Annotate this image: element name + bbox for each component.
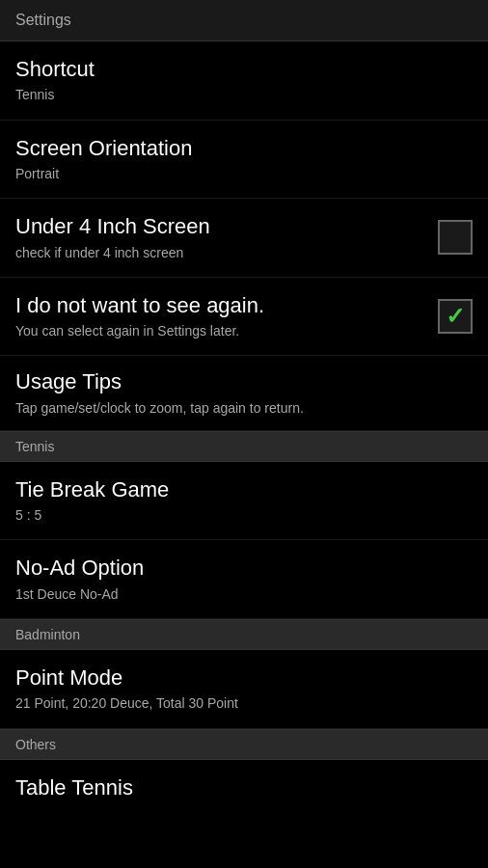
tie-break-game-subtitle: 5 : 5 (15, 506, 473, 524)
shortcut-subtitle: Tennis (15, 86, 473, 103)
shortcut-item[interactable]: Shortcut Tennis (0, 41, 488, 121)
tie-break-game-content: Tie Break Game 5 : 5 (15, 477, 473, 525)
others-section-divider: Others (0, 729, 488, 760)
under-4-inch-checkbox[interactable] (438, 220, 473, 255)
screen-orientation-subtitle: Portrait (15, 165, 473, 182)
tie-break-game-title: Tie Break Game (15, 477, 473, 502)
no-ad-option-title: No-Ad Option (15, 556, 473, 581)
point-mode-content: Point Mode 21 Point, 20:20 Deuce, Total … (15, 665, 473, 713)
tie-break-game-item[interactable]: Tie Break Game 5 : 5 (0, 462, 488, 541)
under-4-inch-subtitle: check if under 4 inch screen (15, 244, 426, 261)
usage-tips-title: Usage Tips (15, 369, 473, 394)
page-title: Settings (15, 12, 71, 28)
no-ad-option-item[interactable]: No-Ad Option 1st Deuce No-Ad (0, 540, 488, 619)
table-tennis-item[interactable]: Table Tennis (0, 760, 488, 816)
point-mode-subtitle: 21 Point, 20:20 Deuce, Total 30 Point (15, 694, 473, 712)
tennis-section-label: Tennis (15, 439, 54, 454)
screen-orientation-title: Screen Orientation (15, 136, 473, 161)
usage-tips-subtitle: Tap game/set/clock to zoom, tap again to… (15, 399, 473, 417)
no-see-again-subtitle: You can select again in Settings later. (15, 322, 426, 339)
point-mode-item[interactable]: Point Mode 21 Point, 20:20 Deuce, Total … (0, 650, 488, 729)
table-tennis-title: Table Tennis (15, 775, 473, 800)
no-see-again-content: I do not want to see again. You can sele… (15, 293, 426, 340)
shortcut-content: Shortcut Tennis (15, 57, 473, 104)
under-4-inch-item[interactable]: Under 4 Inch Screen check if under 4 inc… (0, 199, 488, 278)
no-ad-option-content: No-Ad Option 1st Deuce No-Ad (15, 556, 473, 603)
screen-orientation-item[interactable]: Screen Orientation Portrait (0, 121, 488, 200)
screen-orientation-content: Screen Orientation Portrait (15, 136, 473, 183)
others-section-label: Others (15, 737, 56, 752)
under-4-inch-content: Under 4 Inch Screen check if under 4 inc… (15, 214, 426, 261)
under-4-inch-title: Under 4 Inch Screen (15, 214, 426, 239)
badminton-section-divider: Badminton (0, 619, 488, 650)
no-ad-option-subtitle: 1st Deuce No-Ad (15, 585, 473, 603)
point-mode-title: Point Mode (15, 665, 473, 691)
tennis-section-divider: Tennis (0, 431, 488, 462)
no-see-again-checkbox[interactable] (438, 299, 473, 334)
usage-tips-item: Usage Tips Tap game/set/clock to zoom, t… (0, 356, 488, 431)
no-see-again-title: I do not want to see again. (15, 293, 426, 318)
no-see-again-item[interactable]: I do not want to see again. You can sele… (0, 278, 488, 357)
page-header: Settings (0, 0, 488, 41)
badminton-section-label: Badminton (15, 627, 80, 642)
shortcut-title: Shortcut (15, 57, 473, 82)
